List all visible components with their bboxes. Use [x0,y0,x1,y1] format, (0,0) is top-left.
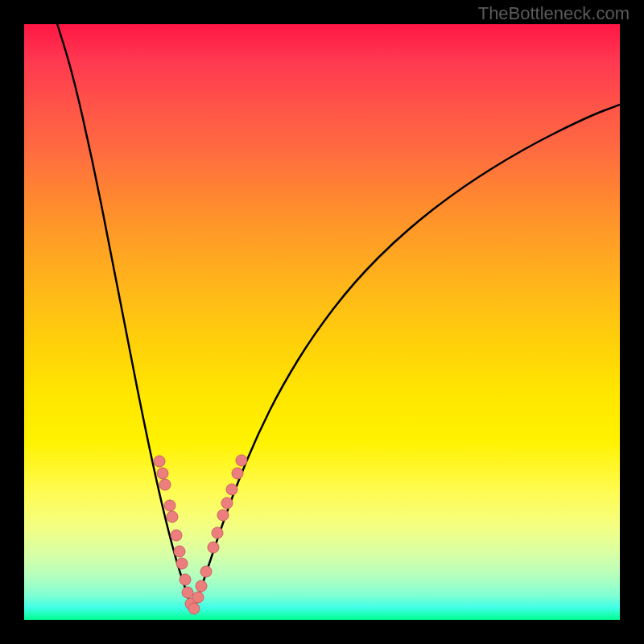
data-dot [200,566,212,577]
data-dot [212,527,223,539]
data-dot [188,603,200,614]
chart-svg [24,24,620,620]
data-dot [196,580,207,592]
chart-container: TheBottleneck.com [0,0,644,644]
data-dot [236,455,247,466]
data-dot [208,542,219,553]
watermark-text: TheBottleneck.com [478,3,630,24]
data-dot [180,574,191,585]
data-dot [154,456,165,467]
data-dot [192,592,204,603]
plot-area [24,24,620,620]
data-dot [159,479,171,490]
data-dot [174,546,185,557]
data-dot [164,500,175,511]
data-dot [232,468,243,479]
data-dot [176,558,188,569]
data-dot [167,511,178,522]
data-dot [226,484,237,495]
data-dot [217,510,229,521]
data-dot [221,497,233,509]
data-dot [182,587,193,598]
data-dot [157,468,168,479]
bottleneck-curve [55,24,620,609]
data-dot [171,530,182,541]
data-dots-group [154,455,247,614]
